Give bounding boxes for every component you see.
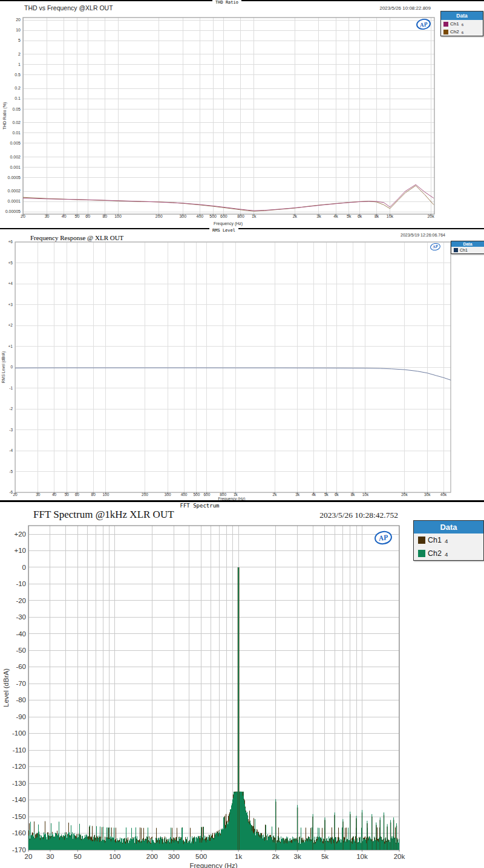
svg-text:80: 80	[91, 492, 96, 497]
legend-item: Ch14	[414, 534, 483, 547]
plot-border	[23, 18, 434, 214]
svg-text:-3: -3	[9, 428, 13, 432]
legend-box: Data Ch1	[451, 241, 484, 254]
frequency-response-plot: 2030405060801002003004005006008001k2k3k4…	[0, 229, 484, 501]
svg-text:+3: +3	[8, 302, 13, 307]
svg-text:10k: 10k	[387, 214, 394, 218]
svg-text:10k: 10k	[356, 853, 368, 860]
fft-spectrum-chart-panel: FFT Spectrum FFT Spectrum @1kHz XLR OUT …	[0, 500, 484, 868]
legend-item: Ch24	[414, 547, 483, 560]
svg-text:100: 100	[114, 214, 122, 218]
svg-text:20: 20	[16, 18, 21, 22]
svg-text:0.01: 0.01	[12, 131, 21, 135]
svg-text:8k: 8k	[351, 492, 356, 497]
svg-text:4k: 4k	[333, 214, 338, 218]
svg-text:2k: 2k	[293, 214, 298, 218]
legend-header: Data	[451, 241, 484, 247]
svg-text:80: 80	[102, 214, 107, 218]
svg-text:+10: +10	[14, 547, 26, 554]
svg-text:60: 60	[75, 492, 80, 497]
svg-text:200: 200	[142, 492, 148, 497]
svg-text:-110: -110	[13, 746, 26, 754]
svg-text:0.05: 0.05	[12, 107, 21, 111]
legend-swatch-icon	[454, 248, 458, 252]
legend-header: Data	[414, 521, 483, 534]
legend-sublabel: 6	[462, 30, 463, 34]
svg-text:20: 20	[25, 853, 33, 860]
svg-text:40k: 40k	[440, 492, 447, 497]
svg-text:30: 30	[45, 214, 50, 218]
x-axis-label: Frequency (Hz)	[214, 221, 243, 226]
legend-item: Ch1	[451, 247, 484, 253]
svg-text:0.0005: 0.0005	[8, 175, 21, 180]
svg-text:0.2: 0.2	[15, 86, 21, 90]
svg-text:2: 2	[18, 52, 21, 56]
y-tick-labels: 20105210.50.20.10.050.020.010.0050.0020.…	[5, 18, 21, 214]
legend-sublabel: 4	[445, 551, 448, 558]
series-ch1	[23, 184, 434, 210]
window-mini-title: FFT Spectrum	[177, 503, 222, 509]
legend-box: Data Ch16Ch26	[440, 11, 483, 36]
svg-text:30: 30	[36, 492, 41, 497]
svg-text:200: 200	[146, 853, 158, 860]
svg-text:50: 50	[74, 853, 82, 860]
svg-text:500: 500	[209, 214, 217, 218]
legend-sublabel: 4	[445, 538, 448, 544]
svg-text:8k: 8k	[374, 214, 379, 218]
svg-text:+2: +2	[8, 323, 13, 327]
svg-text:50: 50	[65, 492, 70, 497]
svg-text:800: 800	[237, 214, 244, 218]
svg-text:0.002: 0.002	[10, 155, 21, 159]
svg-text:400: 400	[181, 492, 188, 497]
svg-text:-170: -170	[12, 846, 26, 853]
y-gridlines	[28, 534, 399, 850]
svg-text:-100: -100	[12, 729, 26, 737]
svg-text:1: 1	[18, 62, 21, 67]
legend-rows: Ch16Ch26	[441, 20, 483, 36]
svg-text:300: 300	[179, 214, 186, 218]
y-axis-label: THD Ratio (%)	[2, 102, 7, 130]
legend-rows: Ch14Ch24	[414, 534, 483, 560]
svg-text:-10: -10	[16, 580, 26, 587]
x-tick-labels: 2030405060801002003004005006008001k2k3k4…	[13, 492, 447, 497]
svg-text:-40: -40	[16, 630, 26, 638]
legend-item: Ch16	[441, 20, 483, 28]
y-axis-label: RMS Level (dBrA)	[1, 351, 6, 383]
svg-text:10: 10	[16, 28, 21, 32]
svg-text:5k: 5k	[321, 853, 329, 860]
svg-text:-1: -1	[9, 386, 13, 390]
thd-plot: 2030405060801002003004005006008001k2k3k4…	[0, 1, 484, 229]
svg-text:-4: -4	[9, 448, 13, 452]
svg-text:40: 40	[62, 214, 67, 218]
window-mini-title: THD Ratio	[212, 0, 241, 5]
svg-text:20k: 20k	[427, 214, 434, 218]
legend-box: Data Ch14Ch24	[413, 520, 484, 561]
svg-text:-80: -80	[16, 696, 26, 703]
svg-text:30k: 30k	[424, 492, 431, 497]
svg-text:0.02: 0.02	[12, 120, 21, 125]
x-axis-label: Frequency (Hz)	[189, 862, 237, 868]
svg-text:3k: 3k	[294, 853, 301, 860]
svg-text:1k: 1k	[234, 492, 238, 497]
svg-text:0.005: 0.005	[10, 141, 21, 145]
svg-text:+6: +6	[8, 240, 13, 244]
svg-text:-2: -2	[9, 406, 13, 411]
thd-chart-panel: THD Ratio THD vs Frequency @XLR OUT 2023…	[0, 0, 484, 229]
x-tick-labels: 2030405060801002003004005006008001k2k3k4…	[21, 214, 434, 218]
y-tick-labels: +20+100-10-20-30-40-50-60-70-80-90-100-1…	[12, 530, 26, 853]
fft-spectrum-plot: 2030501002003005001k2k3k5k10k20k+20+100-…	[0, 502, 484, 868]
x-gridlines	[28, 526, 399, 850]
svg-text:20: 20	[21, 214, 25, 218]
svg-text:-130: -130	[12, 780, 26, 787]
svg-text:0: 0	[10, 365, 13, 369]
frequency-response-chart-panel: RMS Level Frequency Response @ XLR OUT 2…	[0, 228, 484, 501]
svg-text:-120: -120	[12, 763, 26, 770]
x-gridlines	[23, 18, 431, 214]
legend-swatch-icon	[418, 550, 425, 557]
svg-text:2k: 2k	[272, 853, 280, 860]
svg-text:4k: 4k	[312, 492, 316, 497]
svg-text:5k: 5k	[347, 214, 352, 218]
svg-text:-30: -30	[16, 613, 26, 621]
legend-label: Ch1	[450, 21, 459, 27]
svg-text:+5: +5	[8, 261, 13, 265]
